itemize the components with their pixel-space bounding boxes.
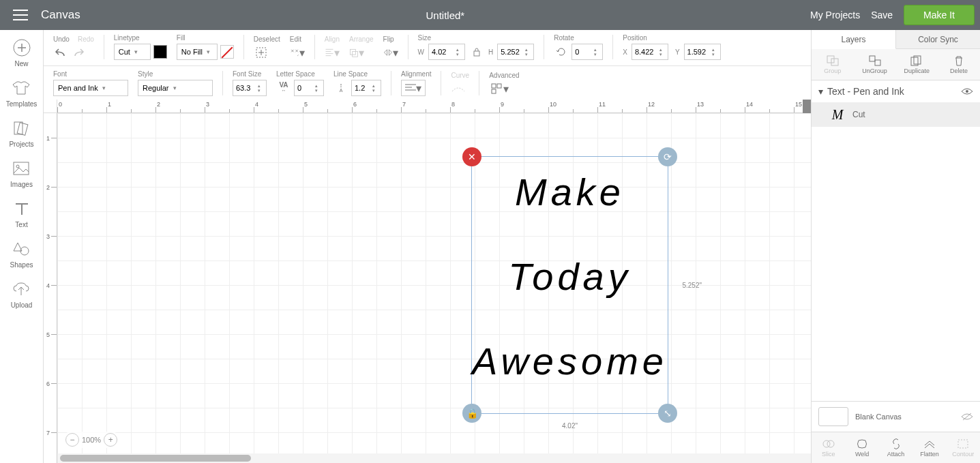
ruler-end-marker[interactable] <box>803 100 811 113</box>
app-title: Canvas <box>41 8 80 22</box>
linetype-select[interactable]: Cut <box>114 44 151 60</box>
svg-rect-15 <box>831 59 838 65</box>
svg-rect-8 <box>351 49 356 55</box>
shirt-icon <box>12 78 31 98</box>
duplicate-button[interactable]: Duplicate <box>896 49 938 80</box>
text-button[interactable]: Text <box>12 199 31 228</box>
letterspace-icon: VA↔ <box>276 80 291 95</box>
curve-label: Curve <box>451 72 469 79</box>
document-title[interactable]: Untitled* <box>80 10 810 21</box>
canvas-area[interactable]: 0123456789101112131415 1234567 ✕ ⟳ 🔒 ⤡ M… <box>44 100 811 463</box>
svg-rect-12 <box>497 84 501 88</box>
letterspace-input[interactable]: 0▴▾ <box>294 80 324 96</box>
deselect-button[interactable] <box>254 45 269 60</box>
linespace-input[interactable]: 1.2▴▾ <box>351 80 381 96</box>
fontsize-input[interactable]: 63.3▴▾ <box>233 80 267 96</box>
canvas-grid[interactable]: ✕ ⟳ 🔒 ⤡ Make Today Awesome 5.252" 4.02" <box>57 113 811 463</box>
rotate-icon <box>554 44 569 59</box>
visibility-icon[interactable] <box>961 87 973 95</box>
images-button[interactable]: Images <box>10 159 33 188</box>
svg-rect-23 <box>958 440 968 448</box>
attach-button[interactable]: Attach <box>879 432 912 463</box>
undo-button[interactable] <box>53 45 68 60</box>
redo-label: Redo <box>78 35 94 43</box>
layer-item[interactable]: M Cut <box>812 102 980 127</box>
zoom-out-button[interactable]: − <box>65 433 79 447</box>
menu-button[interactable] <box>5 10 35 20</box>
my-projects-link[interactable]: My Projects <box>810 10 860 20</box>
svg-rect-9 <box>353 51 358 57</box>
svg-point-4 <box>16 165 19 168</box>
toolbars: Undo Redo Linetype Cut Fill No Fill <box>44 30 811 102</box>
arrange-label: Arrange <box>349 35 374 43</box>
height-input[interactable]: 5.252▴▾ <box>497 44 534 60</box>
scrollbar-thumb[interactable] <box>60 455 251 462</box>
collapse-icon[interactable]: ▾ <box>818 86 823 97</box>
style-select[interactable]: Regular <box>138 80 213 96</box>
svg-rect-14 <box>827 56 834 63</box>
bottom-actions: Slice Weld Attach Flatten Contour <box>812 432 980 463</box>
edit-button[interactable]: ▾ <box>290 45 305 60</box>
flatten-button[interactable]: Flatten <box>912 432 946 463</box>
font-select[interactable]: Pen and Ink <box>53 80 128 96</box>
topbar: Canvas Untitled* My Projects Save Make I… <box>0 0 980 30</box>
swatches-icon <box>12 119 31 138</box>
canvas-text-object[interactable]: Make Today Awesome <box>472 164 668 390</box>
panel-tabs: Layers Color Sync <box>812 30 980 49</box>
layer-header[interactable]: ▾ Text - Pen and Ink <box>812 80 980 102</box>
new-button[interactable]: New <box>12 38 31 68</box>
rotate-label: Rotate <box>554 34 603 42</box>
letterspace-label: Letter Space <box>276 70 324 78</box>
dim-width-label: 4.02" <box>562 422 578 430</box>
linespace-label: Line Space <box>333 70 381 78</box>
canvas-background-row[interactable]: Blank Canvas <box>812 401 980 432</box>
advanced-button[interactable]: ▾ <box>489 81 511 96</box>
rotate-input[interactable]: 0▴▾ <box>571 44 603 60</box>
make-it-button[interactable]: Make It <box>904 5 975 25</box>
projects-label: Projects <box>9 140 33 148</box>
text-label: Text <box>15 221 27 228</box>
projects-button[interactable]: Projects <box>9 119 33 148</box>
selection-resize-handle[interactable]: ⤡ <box>658 404 677 423</box>
horizontal-scrollbar[interactable] <box>57 453 811 463</box>
selection-box[interactable]: ✕ ⟳ 🔒 ⤡ Make Today Awesome 5.252" 4.02" <box>471 156 668 414</box>
text-line-2: Today <box>472 248 668 305</box>
lock-aspect-icon[interactable] <box>469 44 484 59</box>
templates-button[interactable]: Templates <box>6 78 38 108</box>
zoom-in-button[interactable]: + <box>104 433 117 447</box>
tab-layers[interactable]: Layers <box>812 30 896 49</box>
flip-button[interactable]: ▾ <box>383 45 398 60</box>
svg-rect-3 <box>14 162 29 175</box>
contour-button: Contour <box>947 432 980 463</box>
svg-point-22 <box>827 440 834 447</box>
svg-rect-11 <box>492 84 496 88</box>
font-label: Font <box>53 70 128 78</box>
selection-lock-handle[interactable]: 🔒 <box>462 404 481 423</box>
shapes-button[interactable]: Shapes <box>10 239 33 269</box>
toolbar-row-2: Font Pen and Ink Style Regular Font Size… <box>44 66 811 102</box>
weld-button[interactable]: Weld <box>845 432 878 463</box>
layer-thumb-icon: M <box>829 106 846 123</box>
alignment-button[interactable]: ▾ <box>401 80 426 96</box>
templates-label: Templates <box>6 100 38 108</box>
delete-button[interactable]: Delete <box>938 49 980 80</box>
svg-point-20 <box>966 90 968 93</box>
tab-color-sync[interactable]: Color Sync <box>896 30 980 48</box>
width-input[interactable]: 4.02▴▾ <box>428 44 465 60</box>
x-input[interactable]: 8.422▴▾ <box>632 44 668 60</box>
y-input[interactable]: 1.592▴▾ <box>684 44 721 60</box>
visibility-off-icon[interactable] <box>961 412 973 421</box>
new-label: New <box>14 60 28 68</box>
align-label: Align <box>325 35 340 43</box>
save-link[interactable]: Save <box>871 10 893 20</box>
w-label: W <box>418 48 424 56</box>
curve-button <box>451 81 466 96</box>
linetype-color-swatch[interactable] <box>153 45 167 59</box>
fill-select[interactable]: No Fill <box>177 44 218 60</box>
image-icon <box>12 159 31 178</box>
ungroup-button[interactable]: UnGroup <box>854 49 896 80</box>
canvas-color-swatch[interactable] <box>818 407 848 426</box>
fill-color-swatch[interactable] <box>220 45 234 59</box>
upload-button[interactable]: Upload <box>11 280 33 309</box>
redo-button[interactable] <box>71 45 86 60</box>
